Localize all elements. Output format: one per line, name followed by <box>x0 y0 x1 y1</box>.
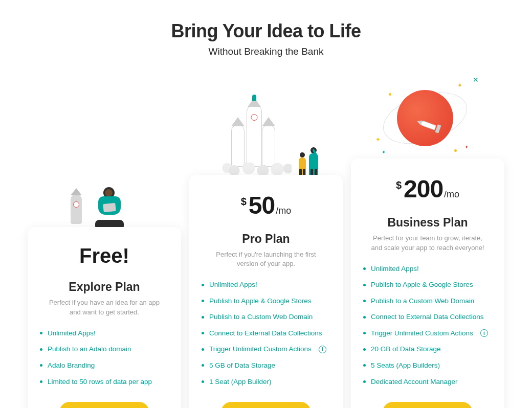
plan-column-explore: Free! Explore Plan Perfect if you have a… <box>28 167 181 408</box>
person-icon <box>91 187 132 228</box>
get-started-button[interactable]: GET STARTED <box>59 402 149 408</box>
currency-symbol: $ <box>396 180 402 190</box>
pricing-plans: Free! Explore Plan Perfect if you have a… <box>25 67 507 408</box>
feature-item: Unlimited Apps! <box>363 264 492 274</box>
feature-item: Connect to External Data Collections <box>202 329 330 338</box>
plan-column-pro: $ 50 /mo Pro Plan Perfect if you're laun… <box>189 84 343 408</box>
plan-name: Pro Plan <box>202 232 330 246</box>
hero: Bring Your Idea to Life Without Breaking… <box>25 20 507 57</box>
plan-illustration-explore <box>28 167 181 228</box>
sparkle-icon: ✦ <box>375 136 381 143</box>
people-icon <box>299 143 327 176</box>
page-subtitle: Without Breaking the Bank <box>25 46 507 57</box>
plan-card-pro: $ 50 /mo Pro Plan Perfect if you're laun… <box>189 175 343 408</box>
feature-item: Adalo Branding <box>40 361 169 370</box>
price-period: /mo <box>276 206 291 215</box>
plan-illustration-pro <box>189 84 343 176</box>
feature-item: Dedicated Account Manager <box>363 377 492 387</box>
feature-item: 5 Seats (App Builders) <box>363 361 492 370</box>
plan-description: Perfect for your team to grow, iterate, … <box>363 234 492 253</box>
get-started-button[interactable]: GET STARTED <box>383 402 473 408</box>
feature-item: Unlimited Apps! <box>202 280 330 289</box>
sparkle-icon: ✕ <box>473 76 479 84</box>
price-free-label: Free! <box>79 245 129 266</box>
dot-icon <box>454 149 457 152</box>
plan-name: Business Plan <box>363 216 492 230</box>
plan-card-explore: Free! Explore Plan Perfect if you have a… <box>28 227 181 408</box>
feature-item: Publish to Apple & Google Stores <box>363 280 492 289</box>
planet-icon <box>397 90 453 146</box>
price-period: /mo <box>444 190 459 199</box>
feature-item: Trigger Unlimited Custom Actionsi <box>202 345 330 354</box>
plan-features-explore: Unlimited Apps! Publish to an Adalo doma… <box>40 329 169 386</box>
plan-description: Perfect if you're launching the first ve… <box>202 250 330 269</box>
currency-symbol: $ <box>241 196 247 207</box>
feature-item: Connect to External Data Collections <box>363 312 492 322</box>
feature-item: Publish to a Custom Web Domain <box>202 312 330 322</box>
rocket-icon <box>71 194 82 224</box>
smoke-icon <box>220 163 292 176</box>
feature-item: Limited to 50 rows of data per app <box>40 377 169 387</box>
get-started-button[interactable]: GET STARTED <box>221 402 311 408</box>
rocket-icon <box>262 125 275 167</box>
feature-item: Publish to a Custom Web Domain <box>363 297 492 306</box>
info-icon[interactable]: i <box>480 329 488 337</box>
feature-item: Trigger Unlimited Custom Actionsi <box>363 329 492 338</box>
plan-price-business: $ 200 /mo <box>363 177 492 201</box>
feature-item: Publish to an Adalo domain <box>40 345 169 354</box>
plan-card-business: $ 200 /mo Business Plan Perfect for your… <box>351 158 504 408</box>
page-title: Bring Your Idea to Life <box>25 20 507 42</box>
plan-price-pro: $ 50 /mo <box>202 193 330 218</box>
plan-price-explore: Free! <box>40 245 169 266</box>
plan-name: Explore Plan <box>40 280 169 294</box>
sparkle-icon: ✦ <box>382 149 386 155</box>
rocket-icon <box>231 125 245 167</box>
feature-item: Unlimited Apps! <box>40 329 169 338</box>
feature-item: Publish to Apple & Google Stores <box>202 297 330 306</box>
sparkle-icon: ✦ <box>464 144 469 150</box>
feature-item: 20 GB of Data Storage <box>363 345 492 354</box>
plan-features-business: Unlimited Apps! Publish to Apple & Googl… <box>363 264 492 386</box>
dot-icon <box>389 93 391 96</box>
sparkle-icon: ✦ <box>457 82 462 89</box>
plan-column-business: ✦ ✦ ✕ ✦ ✦ $ 200 /mo Business Plan Perf <box>351 67 504 408</box>
info-icon[interactable]: i <box>319 346 326 353</box>
plan-features-pro: Unlimited Apps! Publish to Apple & Googl… <box>202 280 330 386</box>
rocket-icon <box>247 105 262 167</box>
plan-description: Perfect if you have an idea for an app a… <box>40 298 169 318</box>
feature-item: 1 Seat (App Builder) <box>202 377 330 387</box>
price-amount: 50 <box>249 193 275 218</box>
plan-illustration-business: ✦ ✦ ✕ ✦ ✦ <box>351 67 504 160</box>
price-amount: 200 <box>404 177 443 201</box>
feature-item: 5 GB of Data Storage <box>202 361 330 370</box>
